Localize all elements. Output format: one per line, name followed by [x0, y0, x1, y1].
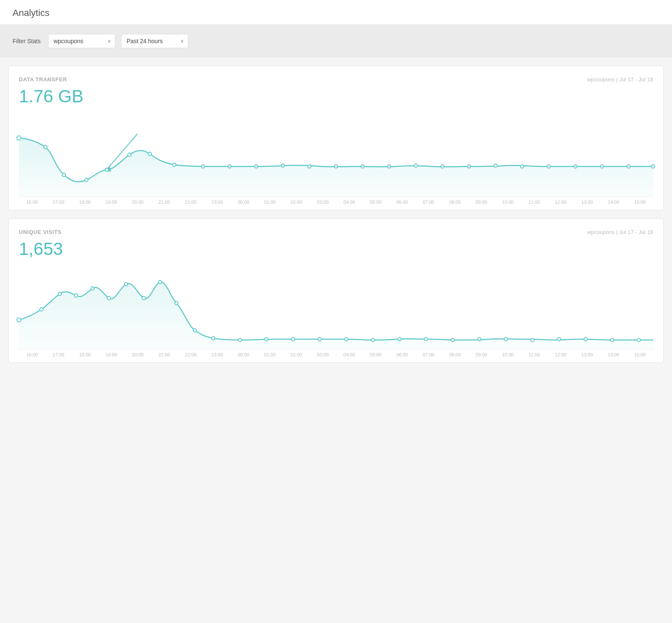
filter-label: Filter Stats — [13, 38, 41, 44]
svg-point-13 — [281, 164, 285, 167]
data-transfer-chart-area — [19, 113, 653, 197]
time-label: 19:00 — [98, 200, 125, 205]
time-label: 13:00 — [574, 200, 600, 205]
svg-point-17 — [387, 165, 391, 168]
time-label: 18:00 — [72, 352, 98, 357]
svg-point-14 — [308, 165, 311, 168]
svg-point-15 — [335, 165, 338, 168]
time-label: 15:00 — [627, 200, 653, 205]
svg-point-39 — [212, 337, 215, 340]
time-select-wrapper: Past 24 hours Past 7 days Past 30 days — [121, 34, 188, 48]
time-label: 05:00 — [363, 200, 389, 205]
time-select[interactable]: Past 24 hours Past 7 days Past 30 days — [121, 34, 188, 48]
time-label: 07:00 — [415, 200, 442, 205]
time-label: 22:00 — [177, 352, 204, 357]
svg-point-51 — [531, 338, 534, 342]
time-label: 09:00 — [468, 200, 495, 205]
svg-point-40 — [238, 338, 241, 342]
time-label: 16:00 — [19, 352, 45, 357]
unique-visits-chart-area — [19, 265, 653, 349]
main-content: DATA TRANSFER wpcoupons | Jul 17 - Jul 1… — [0, 57, 672, 371]
site-select-wrapper: wpcoupons other-site — [48, 34, 115, 48]
svg-point-22 — [521, 165, 524, 168]
svg-point-44 — [345, 337, 348, 341]
svg-point-26 — [627, 165, 630, 168]
unique-visits-time-labels: 16:00 17:00 18:00 19:00 20:00 21:00 22:0… — [19, 349, 653, 362]
time-label: 20:00 — [125, 200, 151, 205]
svg-point-30 — [58, 292, 62, 296]
svg-point-18 — [414, 164, 418, 167]
time-label: 07:00 — [415, 352, 442, 357]
time-label: 12:00 — [547, 200, 574, 205]
data-transfer-meta: wpcoupons | Jul 17 - Jul 18 — [587, 76, 653, 83]
svg-point-29 — [40, 308, 43, 311]
svg-point-23 — [547, 165, 550, 168]
site-select[interactable]: wpcoupons other-site — [48, 34, 115, 48]
svg-point-34 — [125, 283, 128, 286]
time-label: 20:00 — [125, 352, 151, 357]
svg-point-20 — [467, 165, 471, 168]
svg-point-19 — [441, 165, 444, 168]
svg-point-52 — [558, 337, 561, 341]
time-label: 15:00 — [627, 352, 653, 357]
svg-point-31 — [75, 294, 78, 297]
time-label: 17:00 — [45, 200, 72, 205]
unique-visits-value: 1,653 — [19, 239, 653, 259]
unique-visits-header: UNIQUE VISITS wpcoupons | Jul 17 - Jul 1… — [19, 229, 653, 235]
time-label: 00:00 — [230, 200, 257, 205]
unique-visits-card: UNIQUE VISITS wpcoupons | Jul 17 - Jul 1… — [8, 218, 664, 363]
time-label: 02:00 — [283, 352, 309, 357]
data-transfer-header: DATA TRANSFER wpcoupons | Jul 17 - Jul 1… — [19, 76, 653, 83]
svg-point-32 — [91, 287, 94, 290]
svg-point-54 — [610, 338, 614, 342]
time-label: 12:00 — [547, 352, 574, 357]
time-label: 10:00 — [495, 200, 521, 205]
filter-bar: Filter Stats wpcoupons other-site Past 2… — [0, 25, 672, 57]
data-transfer-value: 1.76 GB — [19, 87, 653, 106]
time-label: 10:00 — [495, 352, 521, 357]
time-label: 11:00 — [521, 200, 547, 205]
time-label: 21:00 — [151, 352, 177, 357]
time-label: 18:00 — [72, 200, 98, 205]
time-label: 05:00 — [363, 352, 389, 357]
data-transfer-card: DATA TRANSFER wpcoupons | Jul 17 - Jul 1… — [8, 66, 664, 210]
svg-point-28 — [17, 318, 21, 322]
svg-point-55 — [637, 338, 641, 342]
svg-point-47 — [424, 337, 428, 341]
time-label: 17:00 — [45, 352, 72, 357]
svg-point-3 — [44, 145, 47, 149]
time-label: 06:00 — [389, 200, 415, 205]
time-label: 14:00 — [600, 200, 627, 205]
svg-point-38 — [193, 329, 197, 332]
svg-point-33 — [107, 296, 111, 300]
data-transfer-svg — [19, 113, 653, 197]
svg-point-12 — [254, 165, 258, 168]
time-label: 22:00 — [177, 200, 204, 205]
svg-point-11 — [228, 165, 231, 168]
time-label: 16:00 — [19, 200, 45, 205]
unique-visits-title: UNIQUE VISITS — [19, 229, 62, 235]
svg-point-16 — [361, 165, 364, 168]
svg-point-5 — [85, 178, 88, 182]
svg-point-49 — [477, 337, 481, 341]
svg-point-21 — [494, 164, 497, 167]
svg-point-35 — [142, 296, 145, 300]
time-label: 08:00 — [442, 200, 468, 205]
svg-point-53 — [584, 337, 587, 341]
svg-point-27 — [651, 165, 655, 168]
time-label: 11:00 — [521, 352, 547, 357]
svg-point-41 — [265, 337, 268, 341]
time-label: 04:00 — [336, 352, 363, 357]
time-label: 01:00 — [257, 200, 283, 205]
page-title: Analytics — [0, 0, 672, 25]
svg-point-25 — [600, 165, 604, 168]
svg-point-45 — [371, 338, 374, 342]
time-label: 03:00 — [310, 352, 336, 357]
svg-point-6 — [105, 168, 109, 171]
svg-point-24 — [574, 165, 577, 168]
svg-point-4 — [62, 173, 65, 177]
svg-point-10 — [201, 165, 205, 168]
svg-point-7 — [128, 153, 131, 156]
time-label: 23:00 — [204, 200, 230, 205]
time-label: 01:00 — [257, 352, 283, 357]
